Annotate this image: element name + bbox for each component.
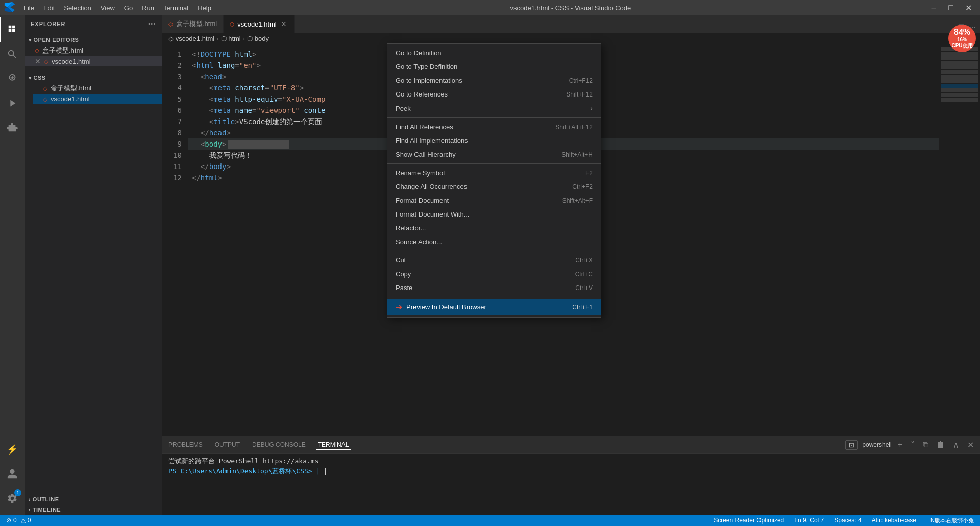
ctx-change-all-occurrences[interactable]: Change All Occurrences Ctrl+F2: [387, 180, 601, 194]
ctx-show-call-hierarchy[interactable]: Show Call Hierarchy Shift+Alt+H: [387, 148, 601, 161]
terminal-delete-button[interactable]: 🗑: [935, 439, 947, 450]
sidebar-more-button[interactable]: ···: [148, 19, 156, 29]
app-logo: [4, 2, 15, 14]
breadcrumb-sep: ›: [243, 35, 245, 42]
menu-terminal[interactable]: Terminal: [159, 3, 192, 13]
context-menu: Go to Definition Go to Type Definition G…: [387, 43, 601, 318]
sidebar-title: EXPLORER ···: [24, 15, 162, 33]
minimap: [939, 44, 980, 436]
ctx-source-action[interactable]: Source Action...: [387, 235, 601, 249]
status-errors[interactable]: ⊘ 0 △ 0: [4, 517, 33, 524]
menu-edit[interactable]: Edit: [39, 3, 59, 13]
ctx-copy[interactable]: Copy Ctrl+C: [387, 267, 601, 281]
html-icon: ◇: [35, 47, 39, 54]
terminal-tab-output[interactable]: OUTPUT: [213, 440, 242, 449]
separator: [387, 251, 601, 251]
title-bar: File Edit Selection View Go Run Terminal…: [0, 0, 980, 15]
status-screen-reader[interactable]: Screen Reader Optimized: [712, 517, 786, 524]
chevron-down-icon: ▾: [29, 75, 32, 81]
terminal-dropdown-button[interactable]: ˅: [909, 439, 917, 451]
ctx-go-to-definition[interactable]: Go to Definition: [387, 46, 601, 60]
ctx-format-document[interactable]: Format Document Shift+Alt+F: [387, 194, 601, 207]
separator: [387, 117, 601, 118]
list-item[interactable]: ◇ vscode1.html: [33, 94, 162, 104]
arrow-icon: ➔: [396, 302, 402, 312]
ctx-peek[interactable]: Peek ›: [387, 101, 601, 115]
terminal-add-button[interactable]: +: [896, 439, 904, 450]
terminal-split-button[interactable]: ⧉: [921, 439, 930, 450]
minimize-button[interactable]: –: [926, 2, 941, 13]
terminal-content[interactable]: 尝试新的跨平台 PowerShell https://aka.ms PS C:\…: [162, 454, 980, 515]
ctx-go-to-type-def[interactable]: Go to Type Definition: [387, 60, 601, 74]
ctx-paste[interactable]: Paste Ctrl+V: [387, 281, 601, 295]
menu-file[interactable]: File: [19, 3, 38, 13]
activity-search[interactable]: [0, 42, 24, 66]
terminal-tab-problems[interactable]: PROBLEMS: [166, 440, 205, 449]
breadcrumb-body[interactable]: ⬡ body: [247, 35, 269, 42]
tab-close-button[interactable]: ✕: [280, 19, 288, 29]
timeline-header[interactable]: › TIMELINE: [24, 505, 162, 515]
sidebar: EXPLORER ··· ▾ OPEN EDITORS ◇ 盒子模型.html …: [24, 15, 162, 515]
activity-remote[interactable]: ⚡: [0, 437, 24, 462]
ctx-format-document-with[interactable]: Format Document With...: [387, 207, 601, 221]
activity-explorer[interactable]: [0, 17, 24, 42]
chevron-right-icon: ›: [590, 104, 593, 112]
ctx-refactor[interactable]: Refactor...: [387, 221, 601, 235]
tab-vscode1[interactable]: ◇ vscode1.html ✕: [224, 15, 295, 33]
list-item[interactable]: ◇ 盒子模型.html: [24, 45, 162, 56]
maximize-button[interactable]: □: [943, 2, 959, 13]
terminal-header-actions: ⊡ powershell + ˅ ⧉ 🗑 ∧ ✕: [845, 439, 976, 451]
window-controls: – □ ✕: [926, 2, 976, 13]
ctx-go-to-refs[interactable]: Go to References Shift+F12: [387, 87, 601, 101]
ctx-cut[interactable]: Cut Ctrl+X: [387, 253, 601, 267]
activity-run[interactable]: [0, 91, 24, 115]
tab-boxmodel[interactable]: ◇ 盒子模型.html: [162, 15, 224, 33]
ctx-find-all-refs[interactable]: Find All References Shift+Alt+F12: [387, 120, 601, 134]
breadcrumb-html[interactable]: ⬡ html: [221, 35, 241, 42]
terminal-tabs: PROBLEMS OUTPUT DEBUG CONSOLE TERMINAL ⊡…: [162, 436, 980, 454]
terminal-tab-debug-console[interactable]: DEBUG CONSOLE: [250, 440, 308, 449]
terminal-maximize-button[interactable]: ∧: [951, 439, 961, 451]
ctx-preview-browser[interactable]: ➔ Preview In Default Browser Ctrl+F1: [387, 299, 601, 315]
terminal-tab-terminal[interactable]: TERMINAL: [316, 440, 351, 450]
separator: [387, 297, 601, 297]
css-section: ▾ CSS ◇ 盒子模型.html ◇ vscode1.html: [24, 70, 162, 106]
css-files: ◇ 盒子模型.html ◇ vscode1.html: [24, 83, 162, 104]
menu-run[interactable]: Run: [138, 3, 158, 13]
terminal-area: PROBLEMS OUTPUT DEBUG CONSOLE TERMINAL ⊡…: [162, 436, 980, 515]
outline-header[interactable]: › OUTLINE: [24, 494, 162, 505]
close-button[interactable]: ✕: [961, 2, 976, 13]
ctx-rename-symbol[interactable]: Rename Symbol F2: [387, 166, 601, 180]
status-spaces[interactable]: Spaces: 4: [832, 517, 863, 524]
ctx-find-all-impl[interactable]: Find All Implementations: [387, 134, 601, 148]
css-folder-header[interactable]: ▾ CSS: [24, 73, 162, 83]
list-item[interactable]: ✕ ◇ vscode1.html: [24, 56, 162, 66]
status-notification[interactable]: N版本右服绑小兔: [928, 517, 976, 524]
menu-selection[interactable]: Selection: [60, 3, 95, 13]
editor-area: ◇ 盒子模型.html ◇ vscode1.html ✕ ⧉ ··· ◇ vsc…: [162, 15, 980, 515]
list-item[interactable]: ◇ 盒子模型.html: [33, 83, 162, 94]
error-icon: ⊘: [6, 517, 11, 524]
ctx-go-to-impl[interactable]: Go to Implementations Ctrl+F12: [387, 74, 601, 87]
open-editors-header[interactable]: ▾ OPEN EDITORS: [24, 35, 162, 45]
status-attr[interactable]: Attr: kebab-case: [870, 517, 918, 524]
menu-go[interactable]: Go: [120, 3, 137, 13]
activity-settings[interactable]: 1: [0, 486, 24, 511]
activity-accounts[interactable]: [0, 462, 24, 486]
line-numbers: 1 2 3 4 5 6 7 8 9 10 11 12: [162, 44, 188, 436]
menu-help[interactable]: Help: [193, 3, 215, 13]
editor-tabs: ◇ 盒子模型.html ◇ vscode1.html ✕ ⧉ ···: [162, 15, 980, 33]
terminal-close-button[interactable]: ✕: [965, 439, 976, 451]
status-cursor-position[interactable]: Ln 9, Col 7: [792, 517, 826, 524]
warning-icon: △: [21, 517, 26, 524]
html-icon: ◇: [44, 58, 48, 65]
activity-source-control[interactable]: [0, 66, 24, 91]
menu-view[interactable]: View: [96, 3, 119, 13]
terminal-line: PS C:\Users\Admin\Desktop\蓝桥杯\CSS> |: [168, 466, 974, 476]
terminal-line: 尝试新的跨平台 PowerShell https://aka.ms: [168, 456, 974, 466]
open-editors-section: ▾ OPEN EDITORS ◇ 盒子模型.html ✕ ◇ vscode1.h…: [24, 33, 162, 68]
menu-bar: File Edit Selection View Go Run Terminal…: [19, 3, 215, 13]
breadcrumb-file[interactable]: ◇ vscode1.html: [168, 35, 214, 42]
activity-extensions[interactable]: [0, 115, 24, 140]
html-icon: ◇: [230, 20, 234, 28]
